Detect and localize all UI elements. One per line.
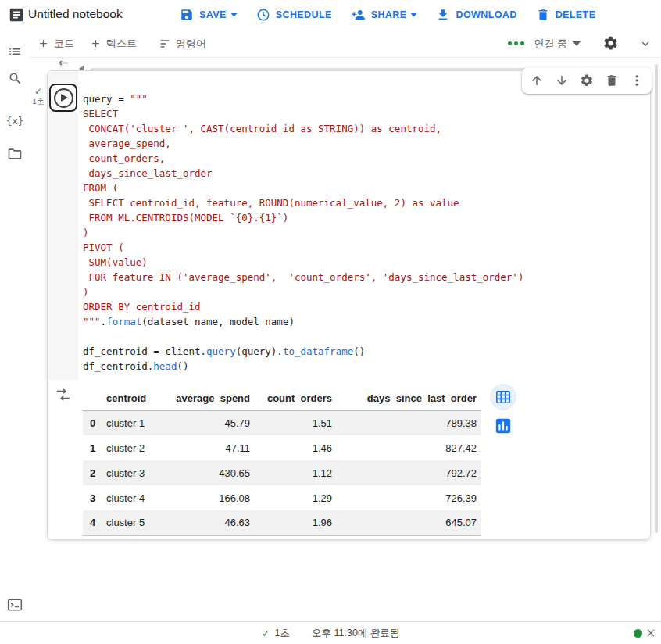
code-line[interactable]: CONCAT('cluster ', CAST(centroid_id as S… bbox=[83, 121, 650, 136]
delete-cell-trash-icon[interactable] bbox=[605, 73, 619, 88]
df-cell: 792.72 bbox=[345, 460, 481, 485]
df-cell: 789.38 bbox=[345, 410, 481, 435]
code-line[interactable]: FROM ML.CENTROIDS(MODEL `{0}.{1}`) bbox=[83, 210, 650, 225]
left-sidebar-rail: {x} bbox=[0, 30, 30, 621]
status-duration: 1초 bbox=[275, 627, 290, 640]
download-button[interactable]: DOWNLOAD bbox=[436, 8, 516, 22]
code-line[interactable]: df_centroid.head() bbox=[83, 359, 650, 374]
add-code-button[interactable]: 코드 bbox=[38, 37, 74, 51]
df-cell: 47.11 bbox=[173, 435, 263, 460]
df-index-cell: 1 bbox=[83, 435, 106, 460]
cell-gutter bbox=[48, 71, 78, 380]
df-cell: 45.79 bbox=[173, 410, 263, 435]
df-index-cell: 2 bbox=[83, 460, 106, 485]
code-line[interactable]: days_since_last_order bbox=[83, 166, 650, 181]
df-cell: 645.07 bbox=[345, 510, 481, 535]
notebook-toolbar: 코드 텍스트 명령어 연결 중 bbox=[30, 30, 661, 58]
output-action-buttons bbox=[490, 384, 516, 439]
cell-output-area: centroidaverage_spendcount_ordersdays_si… bbox=[48, 380, 650, 539]
cell-settings-gear-icon[interactable] bbox=[580, 73, 594, 88]
table-of-contents-icon[interactable] bbox=[7, 44, 23, 59]
clock-icon bbox=[256, 8, 270, 22]
code-line[interactable] bbox=[83, 329, 650, 344]
top-action-bar: SAVE SCHEDULE SHARE DOWNLOAD DELETE bbox=[180, 0, 595, 30]
df-index-cell: 4 bbox=[83, 510, 106, 535]
terminal-icon[interactable] bbox=[7, 597, 23, 613]
share-menu-caret[interactable] bbox=[410, 13, 417, 17]
notebook-title[interactable]: Untitled notebook bbox=[28, 7, 123, 21]
share-button[interactable]: SHARE bbox=[351, 8, 407, 22]
files-folder-icon[interactable] bbox=[7, 146, 23, 162]
save-menu-caret[interactable] bbox=[230, 13, 238, 17]
add-text-button[interactable]: 텍스트 bbox=[90, 37, 137, 51]
output-toggle-icon[interactable] bbox=[55, 388, 72, 402]
search-icon[interactable] bbox=[7, 70, 23, 86]
df-row: 0cluster 145.791.51789.38 bbox=[83, 410, 481, 435]
plus-icon bbox=[90, 38, 102, 49]
df-cell: cluster 2 bbox=[106, 435, 173, 460]
code-line[interactable]: ) bbox=[83, 284, 650, 299]
df-cell: 827.42 bbox=[345, 435, 481, 460]
code-line[interactable]: """.format(dataset_name, model_name) bbox=[83, 314, 650, 329]
df-cell: 166.08 bbox=[173, 485, 263, 510]
execution-duration: 1초 bbox=[30, 97, 47, 106]
df-index-cell: 0 bbox=[83, 410, 106, 435]
df-index-cell: 3 bbox=[83, 485, 106, 510]
code-cell: query = """SELECT CONCAT('cluster ', CAS… bbox=[47, 70, 651, 540]
code-line[interactable]: PIVOT ( bbox=[83, 240, 650, 255]
code-line[interactable]: count_orders, bbox=[83, 151, 650, 166]
code-line[interactable]: SELECT centroid_id, feature, ROUND(numer… bbox=[83, 195, 650, 210]
bottom-status-bar: ✓ 1초 오후 11:30에 완료됨 bbox=[0, 621, 661, 644]
notebook-scroll-area: ✓ 1초 query = """SELECT CONCAT('cluster '… bbox=[30, 58, 661, 621]
connect-menu-caret[interactable] bbox=[573, 41, 581, 46]
df-cell: 1.12 bbox=[263, 460, 345, 485]
move-cell-up-icon[interactable] bbox=[530, 73, 544, 88]
code-line[interactable]: FROM ( bbox=[83, 181, 650, 195]
plus-icon bbox=[38, 38, 49, 49]
df-row: 1cluster 247.111.46827.42 bbox=[83, 435, 481, 460]
code-line[interactable]: SUM(value) bbox=[83, 255, 650, 270]
code-line[interactable]: average_spend, bbox=[83, 136, 650, 151]
code-line[interactable]: df_centroid = client.query(query).to_dat… bbox=[83, 344, 650, 359]
run-cell-button[interactable] bbox=[49, 84, 77, 112]
status-check-icon: ✓ bbox=[262, 628, 270, 639]
variables-icon[interactable]: {x} bbox=[7, 113, 23, 128]
trash-icon bbox=[536, 8, 550, 22]
df-cell: 1.51 bbox=[263, 410, 345, 435]
df-cell: 1.29 bbox=[263, 485, 345, 510]
vertical-scrollbar[interactable] bbox=[655, 64, 658, 533]
code-line[interactable]: SELECT bbox=[83, 106, 650, 121]
collapse-header-chevron-icon[interactable] bbox=[639, 38, 652, 50]
previous-cell-output-icon bbox=[53, 58, 70, 66]
resources-dots-icon[interactable] bbox=[508, 41, 524, 45]
df-row: 2cluster 3430.651.12792.72 bbox=[83, 460, 481, 485]
more-options-icon[interactable] bbox=[630, 73, 644, 88]
toolbar-right-group: 연결 중 bbox=[508, 35, 661, 52]
kernel-health-dot bbox=[634, 629, 642, 638]
dataframe-output: centroidaverage_spendcount_ordersdays_si… bbox=[83, 387, 481, 536]
df-column-header: centroid bbox=[106, 387, 173, 410]
df-cell: cluster 3 bbox=[106, 460, 173, 485]
connect-status[interactable]: 연결 중 bbox=[534, 37, 567, 51]
save-button[interactable]: SAVE bbox=[180, 8, 227, 22]
df-column-header: average_spend bbox=[173, 387, 263, 410]
code-line[interactable]: FOR feature IN ('average_spend', 'count_… bbox=[83, 270, 650, 284]
settings-gear-icon[interactable] bbox=[602, 35, 619, 52]
suggest-charts-icon[interactable] bbox=[490, 413, 516, 439]
move-cell-down-icon[interactable] bbox=[555, 73, 569, 88]
df-cell: 1.96 bbox=[263, 510, 345, 535]
df-row: 3cluster 4166.081.29726.39 bbox=[83, 485, 481, 510]
delete-button[interactable]: DELETE bbox=[536, 8, 596, 22]
person-add-icon bbox=[351, 8, 366, 22]
code-line[interactable]: ORDER BY centroid_id bbox=[83, 299, 650, 314]
df-index-header bbox=[83, 387, 106, 410]
code-editor[interactable]: query = """SELECT CONCAT('cluster ', CAS… bbox=[78, 71, 650, 380]
command-palette-button[interactable]: 명령어 bbox=[159, 37, 206, 51]
df-cell: 726.39 bbox=[345, 485, 481, 510]
schedule-button[interactable]: SCHEDULE bbox=[256, 8, 332, 22]
code-line[interactable]: ) bbox=[83, 225, 650, 240]
df-cell: cluster 5 bbox=[106, 510, 173, 535]
interactive-table-icon[interactable] bbox=[490, 384, 516, 410]
colab-notebook-app: Untitled notebook SAVE SCHEDULE SHARE DO… bbox=[0, 0, 661, 644]
close-status-icon[interactable] bbox=[645, 628, 656, 639]
